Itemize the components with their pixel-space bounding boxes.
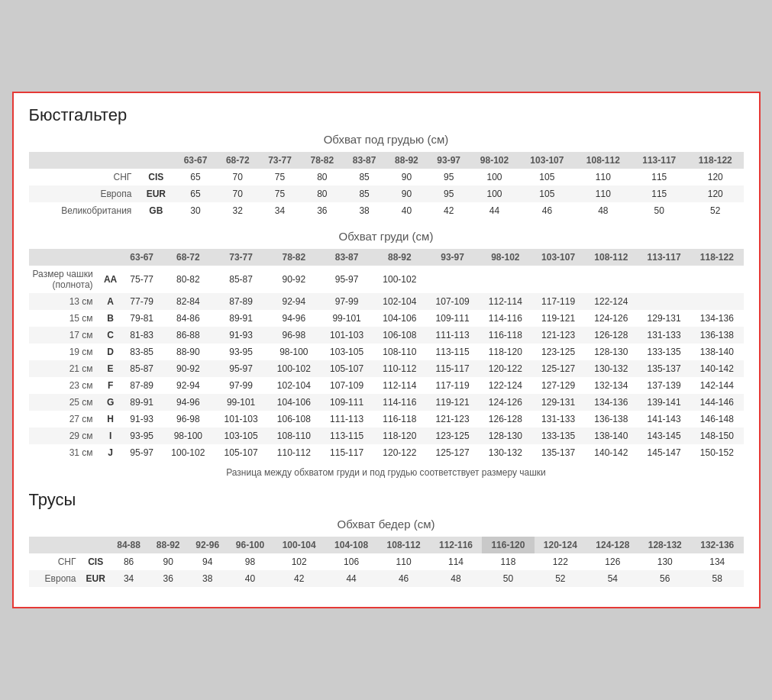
b-v2: 84-86 xyxy=(162,310,215,327)
hip-cis-v3: 94 xyxy=(188,553,228,570)
aa-v5: 95-97 xyxy=(320,266,373,293)
gb-val-1: 30 xyxy=(174,202,216,219)
c-v5: 101-103 xyxy=(320,327,373,344)
g-v8: 124-126 xyxy=(479,394,531,411)
bust-empty-1 xyxy=(29,249,99,266)
h-v9: 131-133 xyxy=(531,411,584,427)
underbust-row-gb: Великобритания GB 30 32 34 36 38 40 42 4… xyxy=(29,202,744,219)
hip-col-7: 108-112 xyxy=(377,537,429,553)
hip-eur-system: EUR xyxy=(82,570,109,587)
hip-col-5: 100-104 xyxy=(273,537,325,553)
cup-d-system: D xyxy=(99,344,122,360)
hip-cis-v4: 98 xyxy=(227,553,273,570)
cup-row-aa: Размер чашки(полнота) AA 75-77 80-82 85-… xyxy=(29,266,744,293)
e-v12: 140-142 xyxy=(690,360,743,377)
d-v11: 133-135 xyxy=(638,344,690,360)
i-v11: 143-145 xyxy=(638,427,690,444)
underbust-col-11: 113-117 xyxy=(631,152,687,169)
i-v9: 133-135 xyxy=(531,427,584,444)
eur-val-9: 105 xyxy=(519,185,575,202)
h-v7: 121-123 xyxy=(426,411,479,427)
eur-val-2: 70 xyxy=(217,185,259,202)
f-v12: 142-144 xyxy=(690,377,743,394)
b-v3: 89-91 xyxy=(215,310,267,327)
empty-cell-2 xyxy=(137,152,174,169)
bust-col-7: 93-97 xyxy=(426,249,479,266)
j-v11: 145-147 xyxy=(638,444,690,461)
hip-cis-v6: 106 xyxy=(325,553,377,570)
hip-cis-v12: 130 xyxy=(639,553,691,570)
c-v9: 121-123 xyxy=(531,327,584,344)
hip-col-4: 96-100 xyxy=(227,537,273,553)
f-v10: 132-134 xyxy=(585,377,638,394)
hip-cis-v1: 86 xyxy=(109,553,149,570)
b-v6: 104-106 xyxy=(373,310,426,327)
c-v8: 116-118 xyxy=(479,327,531,344)
hip-table: 84-88 88-92 92-96 96-100 100-104 104-108… xyxy=(29,537,744,587)
e-v6: 110-112 xyxy=(373,360,426,377)
eur-val-11: 115 xyxy=(631,185,687,202)
hip-cis-v9: 118 xyxy=(482,553,534,570)
cis-val-2: 70 xyxy=(217,169,259,185)
hip-cis-v11: 126 xyxy=(586,553,638,570)
hip-col-2: 88-92 xyxy=(148,537,188,553)
g-v7: 119-121 xyxy=(426,394,479,411)
c-v10: 126-128 xyxy=(585,327,638,344)
f-v1: 87-89 xyxy=(122,377,162,394)
cis-val-11: 115 xyxy=(631,169,687,185)
underbust-col-7: 93-97 xyxy=(428,152,470,169)
bust-col-3: 73-77 xyxy=(215,249,267,266)
i-v1: 93-95 xyxy=(122,427,162,444)
f-v4: 102-104 xyxy=(267,377,320,394)
aa-v4: 90-92 xyxy=(267,266,320,293)
panties-section: Трусы Обхват бедер (см) 84-88 88-92 92-9… xyxy=(29,490,744,587)
hip-col-11: 124-128 xyxy=(586,537,638,553)
i-v3: 103-105 xyxy=(215,427,267,444)
b-v8: 114-116 xyxy=(479,310,531,327)
cup-row-b: 15 см B 79-81 84-86 89-91 94-96 99-101 1… xyxy=(29,310,744,327)
j-v5: 115-117 xyxy=(320,444,373,461)
bust-col-2: 68-72 xyxy=(162,249,215,266)
g-v12: 144-146 xyxy=(690,394,743,411)
hip-col-1: 84-88 xyxy=(109,537,149,553)
h-v6: 116-118 xyxy=(373,411,426,427)
eur-val-6: 90 xyxy=(386,185,428,202)
bust-subtitle: Обхват груди (см) xyxy=(29,230,744,243)
hip-empty-2 xyxy=(82,537,109,553)
cup-g-label: 25 см xyxy=(29,394,99,411)
hip-eur-v1: 34 xyxy=(109,570,149,587)
d-v1: 83-85 xyxy=(122,344,162,360)
e-v11: 135-137 xyxy=(638,360,690,377)
underbust-col-12: 118-122 xyxy=(687,152,744,169)
main-container: Бюстгальтер Обхват под грудью (см) 63-67… xyxy=(12,92,761,608)
underbust-col-3: 73-77 xyxy=(259,152,301,169)
cup-row-h: 27 см H 91-93 96-98 101-103 106-108 111-… xyxy=(29,411,744,427)
gb-val-7: 42 xyxy=(428,202,470,219)
cis-val-12: 120 xyxy=(687,169,744,185)
cup-aa-label: Размер чашки(полнота) xyxy=(29,266,99,293)
e-v7: 115-117 xyxy=(426,360,479,377)
cis-val-8: 100 xyxy=(470,169,518,185)
hip-eur-v11: 54 xyxy=(586,570,638,587)
d-v9: 123-125 xyxy=(531,344,584,360)
hip-cis-v2: 90 xyxy=(148,553,188,570)
hip-eur-v6: 44 xyxy=(325,570,377,587)
eur-val-5: 85 xyxy=(343,185,385,202)
underbust-table: 63-67 68-72 73-77 78-82 83-87 88-92 93-9… xyxy=(29,152,744,219)
c-v2: 86-88 xyxy=(162,327,215,344)
hip-row-cis: СНГ CIS 86 90 94 98 102 106 110 114 118 … xyxy=(29,553,744,570)
underbust-col-4: 78-82 xyxy=(301,152,343,169)
bust-col-10: 108-112 xyxy=(585,249,638,266)
cis-val-10: 110 xyxy=(575,169,631,185)
cup-e-system: E xyxy=(99,360,122,377)
g-v2: 94-96 xyxy=(162,394,215,411)
a-v11 xyxy=(638,293,690,310)
a-v9: 117-119 xyxy=(531,293,584,310)
hip-col-12: 128-132 xyxy=(639,537,691,553)
e-v8: 120-122 xyxy=(479,360,531,377)
gb-val-9: 46 xyxy=(519,202,575,219)
a-v12 xyxy=(690,293,743,310)
eur-val-1: 65 xyxy=(174,185,216,202)
a-v7: 107-109 xyxy=(426,293,479,310)
j-v9: 135-137 xyxy=(531,444,584,461)
